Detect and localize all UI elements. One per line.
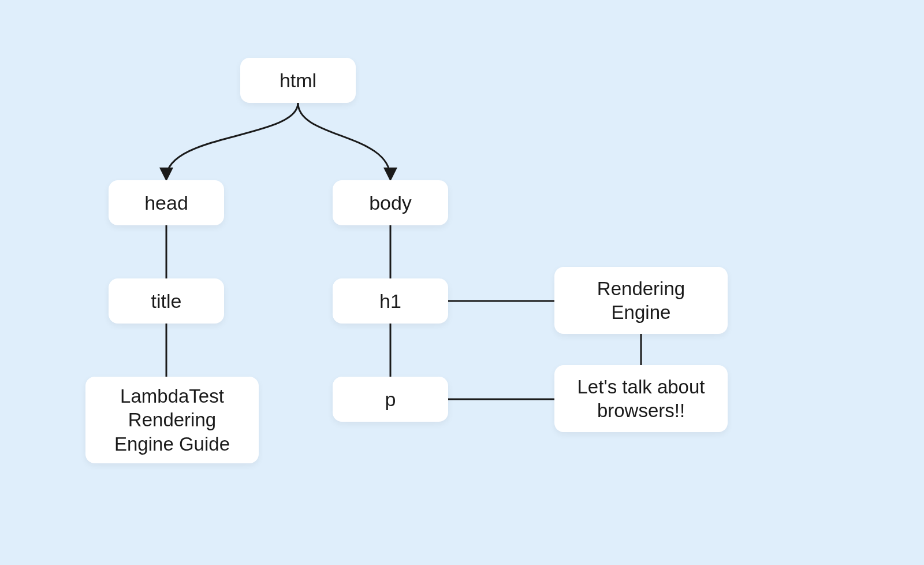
node-head-label: head — [144, 191, 188, 215]
node-body: body — [333, 180, 448, 225]
node-title: title — [109, 278, 224, 324]
node-h1: h1 — [333, 278, 448, 324]
node-title-label: title — [151, 289, 182, 314]
node-p-label: p — [385, 387, 396, 412]
node-rendering: Rendering Engine — [554, 267, 728, 334]
node-head: head — [109, 180, 224, 225]
node-lambda: LambdaTest Rendering Engine Guide — [85, 377, 259, 463]
node-body-label: body — [369, 191, 412, 215]
node-h1-label: h1 — [379, 289, 401, 314]
node-lets-label: Let's talk about browsers!! — [571, 375, 711, 423]
node-p: p — [333, 377, 448, 422]
node-rendering-label: Rendering Engine — [571, 277, 711, 325]
node-lambda-label: LambdaTest Rendering Engine Guide — [102, 384, 243, 456]
node-html-label: html — [280, 68, 316, 93]
node-lets: Let's talk about browsers!! — [554, 365, 728, 432]
node-html: html — [240, 58, 356, 103]
